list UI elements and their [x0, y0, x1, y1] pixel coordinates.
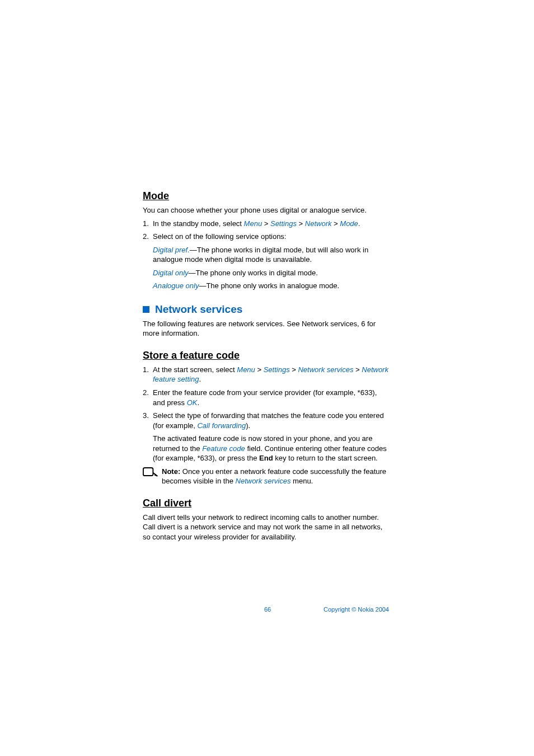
list-number: 2.	[143, 388, 149, 398]
step-text: At the start screen, select	[153, 365, 237, 374]
svg-rect-0	[143, 468, 153, 476]
link-digital-only[interactable]: Digital only	[153, 269, 189, 277]
separator: >	[297, 219, 305, 228]
step-text: In the standby mode, select	[153, 219, 244, 228]
sfc-paragraph: The activated feature code is now stored…	[143, 434, 389, 463]
list-number: 3.	[143, 411, 149, 421]
link-analogue-only[interactable]: Analogue only	[153, 281, 199, 290]
link-digital-pref[interactable]: Digital pref.	[153, 246, 190, 254]
note-suffix: menu.	[291, 477, 313, 485]
step-text: Select the type of forwarding that match…	[153, 411, 384, 430]
step-text: Select on of the following service optio…	[153, 232, 286, 241]
mode-option-2: Digital only—The phone only works in dig…	[143, 268, 389, 278]
note-label: Note:	[162, 467, 180, 476]
page-number: 66	[264, 606, 271, 613]
mode-option-3: Analogue only—The phone only works in an…	[143, 281, 389, 291]
list-number: 1.	[143, 219, 149, 229]
link-network-services[interactable]: Network services	[236, 477, 291, 485]
separator: >	[353, 365, 362, 374]
separator: >	[290, 365, 298, 374]
note-icon	[143, 467, 158, 482]
content-area: Mode You can choose whether your phone u…	[143, 190, 389, 546]
link-network[interactable]: Network	[305, 219, 332, 228]
para-text: key to return to the start screen.	[273, 454, 378, 462]
heading-mode: Mode	[143, 190, 389, 202]
mode-intro: You can choose whether your phone uses d…	[143, 205, 389, 215]
link-settings[interactable]: Settings	[270, 219, 297, 228]
network-services-intro: The following features are network servi…	[143, 319, 389, 339]
note-row: Note: Once you enter a network feature c…	[143, 467, 389, 486]
link-menu[interactable]: Menu	[237, 365, 255, 374]
period: .	[198, 398, 200, 407]
separator: >	[255, 365, 264, 374]
heading-call-divert: Call divert	[143, 497, 389, 509]
option-desc: —The phone only works in analogue mode.	[199, 281, 339, 290]
link-menu[interactable]: Menu	[244, 219, 263, 228]
mode-step-2: 2. Select on of the following service op…	[143, 232, 389, 242]
mode-step-1: 1. In the standby mode, select Menu > Se…	[143, 219, 389, 229]
mode-option-1: Digital pref.—The phone works in digital…	[143, 245, 389, 265]
option-desc: —The phone only works in digital mode.	[189, 269, 318, 277]
sfc-step-1: 1. At the start screen, select Menu > Se…	[143, 365, 389, 384]
copyright-text: Copyright © Nokia 2004	[324, 606, 389, 613]
period: .	[199, 375, 201, 383]
step-suffix: ).	[246, 421, 250, 430]
link-call-forwarding[interactable]: Call forwarding	[197, 421, 246, 430]
list-number: 1.	[143, 365, 149, 375]
call-divert-body: Call divert tells your network to redire…	[143, 513, 389, 542]
separator: >	[331, 219, 340, 228]
link-settings[interactable]: Settings	[264, 365, 290, 374]
section-heading-row: Network services	[143, 303, 389, 316]
link-feature-code[interactable]: Feature code	[202, 444, 245, 453]
link-ok[interactable]: OK	[187, 398, 198, 407]
page: Mode You can choose whether your phone u…	[0, 0, 534, 756]
bold-end-key: End	[259, 454, 273, 462]
link-network-services[interactable]: Network services	[298, 365, 353, 374]
note-text: Note: Once you enter a network feature c…	[162, 467, 389, 486]
list-number: 2.	[143, 232, 149, 242]
separator: >	[262, 219, 270, 228]
sfc-step-3: 3. Select the type of forwarding that ma…	[143, 411, 389, 430]
heading-store-feature-code: Store a feature code	[143, 350, 389, 361]
square-bullet-icon	[143, 306, 149, 313]
heading-network-services: Network services	[155, 303, 242, 316]
period: .	[358, 219, 360, 228]
link-mode[interactable]: Mode	[340, 219, 358, 228]
sfc-step-2: 2. Enter the feature code from your serv…	[143, 388, 389, 407]
